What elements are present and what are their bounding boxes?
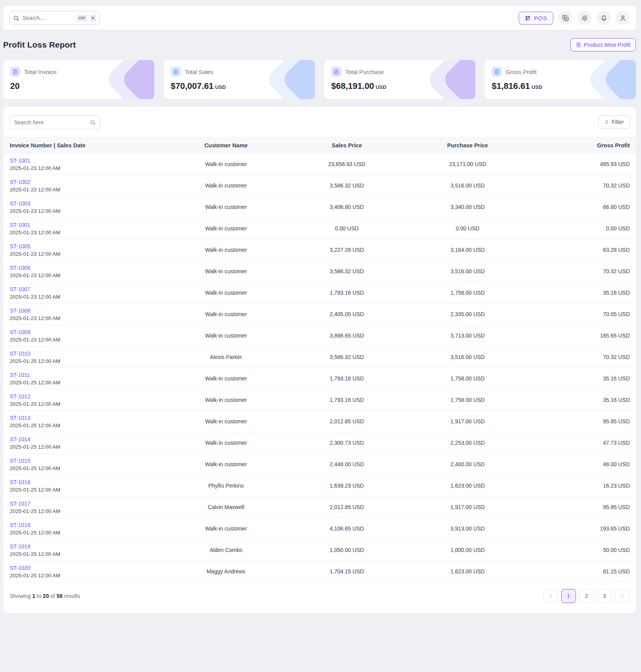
invoice-number-link[interactable]: ST-1005 bbox=[10, 243, 30, 249]
pagination-page-1[interactable]: 1 bbox=[561, 589, 576, 603]
sales-price: 2,012.85 USD bbox=[279, 504, 415, 510]
table-row: ST-1009 2025-01-23 12:00 AM Walk-in cust… bbox=[3, 325, 636, 347]
table-row: ST-1016 2025-01-25 12:00 AM Phyllis Perk… bbox=[3, 475, 636, 497]
theme-toggle-button[interactable] bbox=[577, 11, 592, 25]
purchase-price: 1,000.00 USD bbox=[415, 547, 520, 553]
pagination-page-3[interactable]: 3 bbox=[597, 589, 612, 603]
table-row: ST-1001 2025-01-23 12:00 AM Walk-in cust… bbox=[3, 154, 636, 175]
invoice-number-link[interactable]: ST-1013 bbox=[10, 415, 30, 421]
pagination-page-2[interactable]: 2 bbox=[579, 589, 594, 603]
invoice-icon bbox=[331, 67, 341, 77]
table-row: ST-1011 2025-01-25 12:00 AM Walk-in cust… bbox=[3, 368, 636, 389]
invoice-number-link[interactable]: ST-1010 bbox=[10, 350, 30, 357]
purchase-price: 3,713.00 USD bbox=[415, 332, 520, 339]
invoice-number-link[interactable]: ST-1009 bbox=[10, 329, 30, 335]
column-header-customer: Customer Name bbox=[173, 142, 279, 149]
invoice-number-link[interactable]: ST-1019 bbox=[10, 543, 30, 550]
sales-price: 1,050.00 USD bbox=[279, 547, 415, 553]
summary-card-label: Total Purchase bbox=[345, 69, 384, 75]
notifications-button[interactable] bbox=[597, 11, 611, 25]
gross-profit: 48.00 USD bbox=[520, 461, 630, 467]
product-wise-profit-button[interactable]: Product Wise Profit bbox=[570, 38, 636, 51]
invoice-number-link[interactable]: ST-1011 bbox=[10, 372, 30, 378]
customer-name: Walk-in customer bbox=[173, 332, 279, 339]
sales-price: 1,639.23 USD bbox=[279, 483, 415, 489]
customer-name: Walk-in customer bbox=[173, 397, 279, 403]
customer-name: Walk-in customer bbox=[173, 182, 279, 189]
table-row: ST-1006 2025-01-23 12:00 AM Walk-in cust… bbox=[3, 261, 636, 282]
invoice-number-link[interactable]: ST-1012 bbox=[10, 393, 30, 400]
gross-profit: 95.85 USD bbox=[520, 418, 630, 424]
sales-price: 2,405.05 USD bbox=[279, 311, 415, 317]
invoice-number-link[interactable]: ST-1007 bbox=[10, 286, 30, 292]
gross-profit: 81.15 USD bbox=[520, 568, 630, 575]
sort-vertical-icon bbox=[604, 119, 609, 125]
column-header-sales-price: Sales Price bbox=[279, 142, 415, 149]
sales-price: 3,406.80 USD bbox=[279, 204, 415, 210]
invoice-number-link[interactable]: ST-1006 bbox=[10, 265, 30, 271]
sales-date: 2025-01-25 12:00 AM bbox=[10, 444, 173, 450]
gross-profit: 47.73 USD bbox=[520, 440, 630, 446]
pos-button[interactable]: POS bbox=[519, 12, 553, 25]
invoice-number-link[interactable]: ST-1001 bbox=[10, 222, 30, 228]
sales-price: 4,106.65 USD bbox=[279, 525, 415, 532]
gross-profit: 193.65 USD bbox=[520, 525, 630, 532]
profit-loss-table-card: Filter Invoice Number | Sales Date Custo… bbox=[3, 107, 636, 613]
gross-profit: 63.28 USD bbox=[520, 247, 630, 253]
kbd-k: K bbox=[90, 15, 97, 21]
purchase-price: 1,917.00 USD bbox=[415, 504, 520, 510]
profile-button[interactable] bbox=[616, 11, 630, 25]
sales-price: 3,586.32 USD bbox=[279, 182, 415, 189]
summary-card-unit: USD bbox=[532, 84, 542, 90]
purchase-price: 3,913.00 USD bbox=[415, 525, 520, 532]
customer-name: Alden Combs bbox=[173, 547, 279, 553]
invoice-number-link[interactable]: ST-1008 bbox=[10, 308, 30, 314]
summary-card-value: 20 bbox=[10, 81, 19, 91]
sales-date: 2025-01-23 12:00 AM bbox=[10, 230, 173, 235]
table-row: ST-1002 2025-01-23 12:00 AM Walk-in cust… bbox=[3, 175, 636, 196]
sales-price: 3,586.32 USD bbox=[279, 268, 415, 274]
customer-name: Walk-in customer bbox=[173, 161, 279, 167]
gross-profit: 70.05 USD bbox=[520, 311, 630, 317]
invoice-number-link[interactable]: ST-1002 bbox=[10, 179, 30, 185]
sales-price: 0.00 USD bbox=[279, 225, 415, 232]
filter-button[interactable]: Filter bbox=[598, 115, 630, 129]
summary-card-label: Total Invoice bbox=[24, 69, 57, 75]
customer-name: Alexis Parker bbox=[173, 354, 279, 360]
sales-date: 2025-01-23 12:00 AM bbox=[10, 251, 173, 257]
invoice-number-link[interactable]: ST-1016 bbox=[10, 479, 30, 485]
purchase-price: 1,758.00 USD bbox=[415, 375, 520, 382]
report-document-icon bbox=[576, 42, 581, 48]
global-search-input[interactable] bbox=[23, 15, 74, 21]
purchase-price: 1,623.00 USD bbox=[415, 483, 520, 489]
pagination-prev[interactable]: ‹ bbox=[543, 589, 558, 603]
sales-date: 2025-01-23 12:00 AM bbox=[10, 294, 173, 300]
customer-name: Walk-in customer bbox=[173, 225, 279, 232]
global-search[interactable]: Ctrl K bbox=[9, 11, 100, 25]
invoice-number-link[interactable]: ST-1017 bbox=[10, 500, 30, 507]
sales-price: 1,793.16 USD bbox=[279, 397, 415, 403]
customer-name: Walk-in customer bbox=[173, 247, 279, 253]
sales-price: 1,704.15 USD bbox=[279, 568, 415, 575]
invoice-number-link[interactable]: ST-1014 bbox=[10, 436, 30, 442]
table-footer: Showing 1 to 20 of 58 results ‹123› bbox=[3, 582, 636, 613]
invoice-number-link[interactable]: ST-1003 bbox=[10, 200, 30, 207]
sales-date: 2025-01-23 12:00 AM bbox=[10, 165, 173, 171]
pos-button-label: POS bbox=[534, 15, 547, 21]
purchase-price: 1,623.00 USD bbox=[415, 568, 520, 575]
invoice-number-link[interactable]: ST-1020 bbox=[10, 565, 30, 571]
bell-icon bbox=[600, 14, 607, 22]
table-search[interactable] bbox=[10, 115, 100, 129]
invoice-number-link[interactable]: ST-1018 bbox=[10, 522, 30, 528]
invoice-number-link[interactable]: ST-1015 bbox=[10, 458, 30, 464]
table-search-input[interactable] bbox=[14, 119, 87, 126]
sales-date: 2025-01-25 12:00 AM bbox=[10, 551, 173, 557]
pagination-next[interactable]: › bbox=[615, 589, 630, 603]
language-button[interactable] bbox=[558, 11, 572, 25]
sales-date: 2025-01-25 12:00 AM bbox=[10, 401, 173, 407]
summary-card-value: $70,007.61 bbox=[171, 81, 214, 91]
invoice-number-link[interactable]: ST-1001 bbox=[10, 157, 30, 164]
sales-date: 2025-01-25 12:00 AM bbox=[10, 530, 173, 536]
table-row: ST-1020 2025-01-25 12:00 AM Maggy Andrew… bbox=[3, 561, 636, 582]
gross-profit: 70.32 USD bbox=[520, 268, 630, 274]
